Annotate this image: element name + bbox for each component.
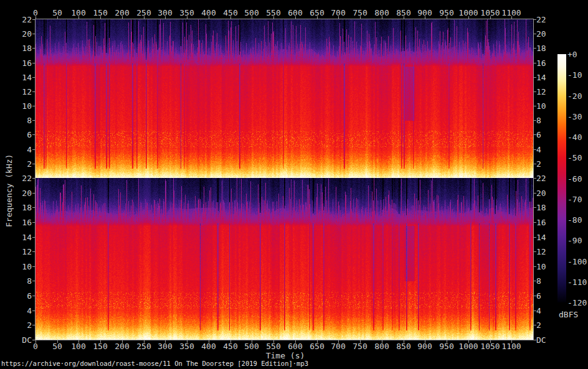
freq-tick-left: [32, 63, 35, 63]
freq-tick-left: [32, 281, 35, 281]
freq-tick-left: [32, 266, 35, 267]
freq-tick-label-left: 8: [12, 277, 32, 285]
freq-tick-label-right: DC: [536, 336, 559, 344]
freq-tick-label-left: 22: [12, 174, 32, 182]
spectrogram-figure: Frequency (kHz) 005050100100150150200200…: [0, 0, 588, 369]
freq-tick-label-left: 10: [12, 102, 32, 110]
freq-tick-label-right: 6: [536, 131, 559, 139]
freq-tick-label-left: 10: [12, 263, 32, 271]
freq-tick-left: [32, 120, 35, 121]
colorbar-tick-label: -50: [567, 154, 588, 162]
freq-tick-label-right: 10: [536, 102, 559, 110]
freq-tick-label-left: 16: [12, 218, 32, 227]
freq-tick-left: [32, 19, 35, 20]
freq-tick-left: [32, 77, 35, 78]
colorbar-tick-label: -110: [567, 278, 588, 286]
colorbar-gradient: [557, 54, 566, 302]
freq-tick-label-right: 16: [536, 218, 559, 227]
spectrogram-canvas: [36, 19, 533, 340]
freq-tick-left: [32, 296, 35, 296]
freq-tick-left: [32, 251, 35, 252]
colorbar-tick-label: -100: [567, 258, 588, 266]
freq-tick-left: [32, 193, 35, 194]
freq-tick-label-left: 12: [12, 88, 32, 96]
freq-tick-left: [32, 149, 35, 150]
freq-tick-label-left: 2: [12, 160, 32, 168]
freq-tick-label-right: 22: [536, 16, 559, 24]
freq-tick-label-left: 22: [12, 16, 32, 24]
freq-tick-left: [32, 222, 35, 223]
freq-tick-label-right: 8: [536, 277, 559, 285]
freq-tick-left: [32, 34, 35, 34]
freq-tick-left: [32, 91, 35, 92]
freq-tick-label-left: 12: [12, 248, 32, 256]
freq-tick-label-left: 18: [12, 203, 32, 212]
freq-tick-label-right: 8: [536, 116, 559, 124]
freq-tick-label-right: 6: [536, 292, 559, 300]
colorbar-tick-label: -40: [567, 133, 588, 141]
freq-tick-label-right: 14: [536, 73, 559, 82]
freq-tick-label-left: 20: [12, 189, 32, 197]
freq-tick-left: [32, 325, 35, 325]
file-url-text: https://archive·org/download/roast-moose…: [1, 360, 308, 368]
freq-tick-label-left: 20: [12, 30, 32, 38]
freq-tick-label-right: 12: [536, 88, 559, 96]
freq-tick-left: [32, 106, 35, 106]
freq-tick-label-left: 8: [12, 116, 32, 124]
colorbar-tick-label: -10: [567, 71, 588, 79]
freq-tick-left: [32, 48, 35, 49]
time-tick-label-bottom: 1100: [498, 342, 525, 350]
colorbar-tick-label: +0: [567, 50, 588, 58]
freq-tick-label-left: DC: [12, 336, 32, 344]
freq-tick-label-left: 6: [12, 131, 32, 139]
freq-tick-label-left: 2: [12, 321, 32, 329]
freq-tick-label-left: 4: [12, 146, 32, 154]
freq-tick-label-right: 20: [536, 30, 559, 38]
freq-tick-label-left: 6: [12, 292, 32, 300]
freq-tick-label-right: 18: [536, 44, 559, 52]
freq-tick-label-left: 16: [12, 59, 32, 67]
colorbar-tick-label: -70: [567, 195, 588, 203]
freq-tick-label-right: 10: [536, 263, 559, 271]
freq-tick-left: [32, 178, 35, 179]
freq-tick-left: [32, 164, 35, 164]
colorbar-tick-label: -120: [567, 299, 588, 307]
time-axis-title: Time (s): [248, 351, 323, 360]
freq-tick-left: [32, 237, 35, 238]
colorbar-tick-label: -20: [567, 92, 588, 100]
time-tick-label-top: 1100: [498, 9, 525, 17]
freq-tick-left: [32, 340, 35, 340]
freq-tick-label-left: 14: [12, 233, 32, 241]
freq-tick-left: [32, 207, 35, 208]
freq-tick-label-right: 12: [536, 248, 559, 256]
freq-tick-label-right: 14: [536, 233, 559, 241]
colorbar-tick-label: -80: [567, 216, 588, 224]
colorbar-tick-label: -60: [567, 175, 588, 183]
freq-tick-label-right: 4: [536, 307, 559, 315]
freq-tick-label-left: 4: [12, 307, 32, 315]
freq-tick-label-right: 20: [536, 189, 559, 197]
colorbar-tick-label: -30: [567, 113, 588, 121]
freq-tick-label-right: 22: [536, 174, 559, 182]
freq-tick-left: [32, 311, 35, 311]
freq-tick-label-right: 16: [536, 59, 559, 67]
freq-tick-label-right: 4: [536, 146, 559, 154]
freq-tick-label-right: 2: [536, 321, 559, 329]
freq-tick-label-left: 18: [12, 44, 32, 52]
colorbar-tick-label: -90: [567, 236, 588, 245]
colorbar-unit-label: dBFS: [559, 310, 578, 319]
freq-tick-label-right: 18: [536, 203, 559, 212]
freq-tick-left: [32, 134, 35, 135]
freq-tick-label-right: 2: [536, 160, 559, 168]
freq-tick-label-left: 14: [12, 73, 32, 82]
